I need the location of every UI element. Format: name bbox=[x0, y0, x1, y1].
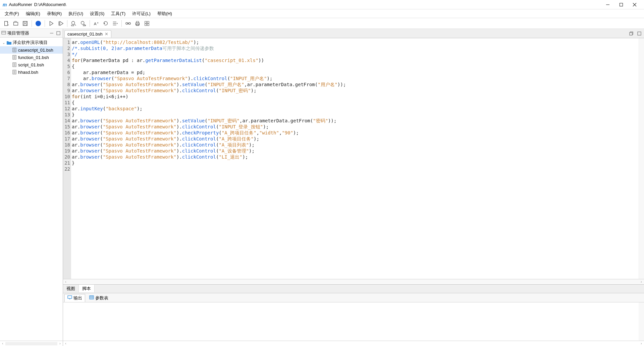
editor-view-tabs: 视图 脚本 bbox=[63, 284, 644, 292]
tree-root[interactable]: ⌄ 泽众软件演示项目 bbox=[0, 39, 63, 46]
editor-tab-label: casescript_01.bsh bbox=[67, 32, 103, 37]
open-file-button[interactable] bbox=[11, 19, 20, 28]
project-tree[interactable]: ⌄ 泽众软件演示项目 casescript_01.bshfunction_01.… bbox=[0, 38, 63, 341]
sidebar-hscrollbar[interactable]: ‹› bbox=[0, 341, 63, 346]
tree-file-item[interactable]: casescript_01.bsh bbox=[0, 46, 63, 54]
output-vscrollbar[interactable] bbox=[639, 302, 644, 341]
svg-rect-34 bbox=[145, 23, 147, 25]
menu-file[interactable]: 文件(F) bbox=[1, 10, 22, 18]
font-button[interactable]: A bbox=[92, 19, 101, 28]
minimize-button[interactable] bbox=[601, 0, 614, 9]
svg-rect-39 bbox=[57, 32, 60, 35]
close-button[interactable] bbox=[628, 0, 641, 9]
replace-button[interactable] bbox=[79, 19, 88, 28]
tree-file-item[interactable]: script_01.bsh bbox=[0, 61, 63, 68]
view-tab-view[interactable]: 视图 bbox=[63, 285, 79, 292]
svg-rect-30 bbox=[136, 21, 139, 22]
refresh-button[interactable] bbox=[101, 19, 110, 28]
menu-tools[interactable]: 工具(T) bbox=[108, 10, 129, 18]
menu-edit[interactable]: 编辑(E) bbox=[22, 10, 44, 18]
svg-rect-59 bbox=[68, 296, 72, 298]
tree-root-label: 泽众软件演示项目 bbox=[13, 40, 48, 46]
save-button[interactable] bbox=[21, 19, 30, 28]
svg-point-14 bbox=[72, 21, 75, 24]
list-button[interactable] bbox=[111, 19, 119, 28]
file-icon bbox=[11, 55, 17, 60]
code-content[interactable]: ar.openURL("http://localhost:8082/TestLa… bbox=[71, 38, 644, 279]
maximize-panel-button[interactable] bbox=[55, 30, 61, 36]
find-button[interactable] bbox=[69, 19, 78, 28]
toolbar-separator bbox=[121, 20, 122, 27]
svg-line-15 bbox=[74, 24, 76, 25]
output-body[interactable] bbox=[63, 302, 644, 341]
svg-rect-10 bbox=[24, 23, 26, 25]
svg-rect-61 bbox=[90, 296, 94, 299]
close-tab-icon[interactable]: ✕ bbox=[105, 32, 108, 37]
code-editor[interactable]: 1 2 3 4 5 6 7 8 9 10 11 12 13 14 15 16 1… bbox=[63, 38, 644, 279]
maximize-button[interactable] bbox=[614, 0, 628, 9]
svg-text:A: A bbox=[94, 21, 97, 25]
svg-marker-11 bbox=[50, 21, 53, 25]
link-button[interactable] bbox=[124, 19, 132, 28]
step-button[interactable] bbox=[56, 19, 65, 28]
menu-run[interactable]: 执行(U) bbox=[65, 10, 87, 18]
file-icon bbox=[11, 48, 17, 52]
menu-settings[interactable]: 设置(S) bbox=[87, 10, 108, 18]
output-hscrollbar[interactable]: ‹› bbox=[63, 341, 644, 346]
editor-tab[interactable]: casescript_01.bsh ✕ bbox=[64, 30, 111, 38]
record-button[interactable] bbox=[34, 19, 43, 28]
output-panel: 输出 参数表 ‹› bbox=[63, 292, 644, 346]
svg-rect-8 bbox=[23, 21, 28, 25]
svg-rect-32 bbox=[145, 21, 147, 23]
grid-button[interactable] bbox=[143, 19, 151, 28]
titlebar: m AutoRunner D:\ARdocument\ bbox=[0, 0, 644, 9]
tree-item-label: hhasd.bsh bbox=[18, 70, 38, 75]
toolbar-separator bbox=[32, 20, 32, 27]
collapse-icon[interactable]: ⌄ bbox=[1, 41, 6, 45]
toolbar: + A bbox=[0, 18, 644, 29]
svg-marker-21 bbox=[104, 22, 105, 24]
params-tab[interactable]: 参数表 bbox=[87, 294, 111, 302]
svg-rect-16 bbox=[71, 25, 74, 26]
menubar: 文件(F) 编辑(E) 录制(R) 执行(U) 设置(S) 工具(T) 许可证(… bbox=[0, 9, 644, 18]
editor-area: casescript_01.bsh ✕ 1 2 3 4 5 6 7 8 9 10… bbox=[63, 29, 644, 346]
folder-icon bbox=[6, 40, 12, 45]
tree-file-item[interactable]: function_01.bsh bbox=[0, 54, 63, 61]
bottom-tabs: 输出 参数表 bbox=[63, 294, 644, 302]
menu-help[interactable]: 帮助(H) bbox=[154, 10, 175, 18]
restore-editor-button[interactable] bbox=[628, 30, 635, 37]
maximize-editor-button[interactable] bbox=[636, 30, 643, 37]
svg-rect-33 bbox=[147, 21, 149, 23]
menu-license[interactable]: 许可证(L) bbox=[129, 10, 154, 18]
output-tab[interactable]: 输出 bbox=[64, 294, 85, 302]
svg-rect-36 bbox=[2, 31, 6, 34]
editor-vscrollbar[interactable] bbox=[639, 38, 644, 279]
svg-rect-9 bbox=[24, 21, 26, 22]
toolbar-separator bbox=[90, 20, 90, 27]
tree-item-label: function_01.bsh bbox=[18, 55, 49, 60]
editor-tabstrip: casescript_01.bsh ✕ bbox=[63, 29, 644, 38]
view-tab-script[interactable]: 脚本 bbox=[79, 284, 95, 292]
file-icon bbox=[11, 70, 17, 74]
file-icon bbox=[11, 62, 17, 67]
tree-item-label: script_01.bsh bbox=[18, 62, 44, 67]
tree-file-item[interactable]: hhasd.bsh bbox=[0, 68, 63, 76]
svg-rect-1 bbox=[620, 3, 623, 6]
menu-record[interactable]: 录制(R) bbox=[44, 10, 65, 18]
new-file-button[interactable]: + bbox=[2, 19, 11, 28]
app-name: AutoRunner bbox=[9, 2, 32, 7]
svg-rect-57 bbox=[630, 33, 632, 35]
tree-item-label: casescript_01.bsh bbox=[18, 48, 53, 53]
table-icon bbox=[89, 295, 94, 301]
project-panel-title: 项目管理器 bbox=[7, 30, 48, 36]
svg-marker-13 bbox=[60, 21, 63, 25]
svg-marker-25 bbox=[117, 23, 118, 24]
play-button[interactable] bbox=[47, 19, 56, 28]
svg-rect-58 bbox=[638, 32, 641, 35]
editor-hscrollbar[interactable]: ‹› bbox=[63, 279, 644, 284]
svg-point-17 bbox=[81, 21, 84, 24]
svg-rect-7 bbox=[14, 22, 18, 25]
print-button[interactable] bbox=[133, 19, 142, 28]
minimize-panel-button[interactable] bbox=[49, 30, 55, 36]
folder-tree-icon bbox=[1, 30, 6, 36]
